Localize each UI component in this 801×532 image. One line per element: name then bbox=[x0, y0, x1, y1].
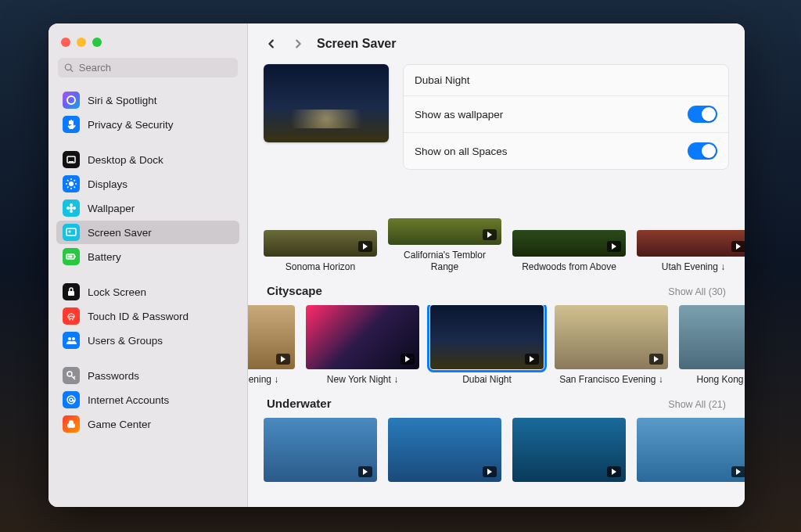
play-icon bbox=[358, 241, 372, 252]
svg-rect-22 bbox=[68, 291, 74, 296]
thumb-image bbox=[264, 230, 377, 257]
settings-window: Siri & SpotlightPrivacy & SecurityDeskto… bbox=[48, 23, 745, 507]
thumb-image bbox=[306, 305, 419, 369]
key-icon bbox=[63, 367, 80, 384]
play-icon bbox=[607, 466, 621, 477]
sidebar-item-displays[interactable]: Displays bbox=[56, 172, 239, 196]
thumb-image bbox=[388, 218, 501, 245]
game-icon bbox=[63, 415, 80, 433]
thumb-label: Hong Kong Harbor bbox=[696, 374, 745, 386]
play-icon bbox=[483, 466, 497, 477]
sidebar-item-game-center[interactable]: Game Center bbox=[56, 412, 239, 436]
settings-card: Dubai Night Show as wallpaperShow on all… bbox=[403, 64, 729, 170]
screensaver-thumb[interactable]: ening ↓ bbox=[248, 305, 295, 386]
at-icon bbox=[63, 391, 80, 408]
chevron-right-icon bbox=[293, 38, 304, 49]
screensaver-thumb[interactable]: Sonoma Horizon bbox=[264, 230, 377, 273]
sidebar-item-label: Displays bbox=[88, 178, 128, 190]
screensaver-thumb[interactable]: Redwoods from Above bbox=[512, 230, 626, 273]
svg-line-10 bbox=[67, 187, 69, 189]
back-button[interactable] bbox=[264, 36, 279, 52]
section-head-cityscape: CityscapeShow All (30) bbox=[248, 273, 745, 305]
sidebar-item-label: Touch ID & Password bbox=[88, 311, 189, 322]
sidebar-item-wallpaper[interactable]: Wallpaper bbox=[56, 196, 239, 220]
sidebar-item-label: Battery bbox=[88, 251, 121, 263]
screensaver-thumb[interactable]: Hong Kong Harbor bbox=[679, 305, 745, 386]
sidebar-item-battery[interactable]: Battery bbox=[56, 245, 239, 268]
current-name-row: Dubai Night bbox=[404, 65, 728, 96]
screensaver-thumb[interactable] bbox=[512, 418, 626, 487]
toggle-show-as-wallpaper[interactable] bbox=[688, 106, 717, 123]
svg-rect-20 bbox=[75, 256, 77, 257]
header-panel: Dubai Night Show as wallpaperShow on all… bbox=[248, 61, 745, 182]
sidebar-item-desktop-dock[interactable]: Desktop & Dock bbox=[56, 148, 239, 171]
search-icon bbox=[64, 63, 74, 74]
setting-row-show-on-all-spaces: Show on all Spaces bbox=[404, 133, 728, 169]
fingerprint-icon bbox=[63, 307, 80, 325]
sidebar-item-lock-screen[interactable]: Lock Screen bbox=[56, 280, 239, 304]
show-all-button[interactable]: Show All (21) bbox=[668, 399, 726, 410]
svg-point-3 bbox=[69, 182, 74, 186]
fullscreen-button[interactable] bbox=[92, 38, 102, 47]
svg-rect-2 bbox=[69, 161, 74, 163]
thumb-label: Utah Evening ↓ bbox=[662, 261, 725, 273]
thumb-image bbox=[637, 230, 745, 257]
siri-icon bbox=[63, 92, 80, 109]
toggle-show-on-all-spaces[interactable] bbox=[688, 142, 717, 160]
thumb-label: ening ↓ bbox=[249, 374, 279, 386]
chevron-left-icon bbox=[266, 38, 277, 49]
search-box[interactable] bbox=[58, 58, 238, 77]
screensaver-thumb[interactable]: Utah Evening ↓ bbox=[637, 230, 745, 273]
minimize-button[interactable] bbox=[77, 38, 86, 47]
sidebar-item-label: Desktop & Dock bbox=[88, 154, 163, 166]
screensaver-thumb[interactable]: New York Night ↓ bbox=[306, 305, 419, 386]
scroll-area[interactable]: Sonoma HorizonCalifornia's Temblor Range… bbox=[248, 182, 745, 507]
hand-icon bbox=[63, 116, 80, 133]
screensaver-thumb[interactable] bbox=[388, 418, 501, 487]
sidebar-item-touch-id-password[interactable]: Touch ID & Password bbox=[56, 304, 239, 328]
sidebar-item-internet-accounts[interactable]: Internet Accounts bbox=[56, 388, 239, 412]
sidebar-item-passwords[interactable]: Passwords bbox=[56, 364, 239, 387]
show-all-button[interactable]: Show All (30) bbox=[668, 286, 726, 297]
play-icon bbox=[731, 466, 745, 477]
section-title: Cityscape bbox=[267, 284, 322, 297]
play-icon bbox=[358, 466, 372, 477]
sidebar-item-label: Lock Screen bbox=[88, 286, 146, 298]
svg-point-12 bbox=[70, 207, 73, 210]
forward-button[interactable] bbox=[290, 36, 306, 52]
sidebar-item-screen-saver[interactable]: Screen Saver bbox=[56, 221, 239, 244]
sidebar-item-privacy-security[interactable]: Privacy & Security bbox=[56, 113, 239, 136]
thumb-label: Sonoma Horizon bbox=[286, 261, 355, 273]
sidebar-item-users-groups[interactable]: Users & Groups bbox=[56, 329, 239, 352]
screensaver-thumb[interactable]: Dubai Night bbox=[430, 305, 544, 386]
thumb-label: San Francisco Evening ↓ bbox=[559, 374, 663, 386]
sidebar-item-label: Siri & Spotlight bbox=[88, 95, 157, 106]
thumb-label: Dubai Night bbox=[462, 374, 512, 386]
sidebar-item-siri-spotlight[interactable]: Siri & Spotlight bbox=[56, 88, 239, 112]
screensaver-thumb[interactable]: San Francisco Evening ↓ bbox=[555, 305, 668, 386]
setting-label: Show on all Spaces bbox=[415, 146, 508, 157]
svg-point-24 bbox=[72, 337, 75, 340]
thumb-image bbox=[512, 418, 626, 482]
svg-line-11 bbox=[74, 180, 76, 182]
sidebar-item-label: Passwords bbox=[88, 370, 139, 382]
flower-icon bbox=[63, 200, 80, 217]
sidebar: Siri & SpotlightPrivacy & SecurityDeskto… bbox=[48, 23, 248, 507]
thumb-image bbox=[388, 418, 501, 482]
svg-line-9 bbox=[74, 187, 76, 189]
svg-line-8 bbox=[67, 180, 69, 182]
play-icon bbox=[276, 354, 290, 365]
svg-point-16 bbox=[73, 207, 76, 210]
svg-point-30 bbox=[69, 420, 74, 425]
screensaver-thumb[interactable] bbox=[637, 418, 745, 487]
close-button[interactable] bbox=[61, 38, 70, 47]
battery-icon bbox=[63, 248, 80, 265]
topbar: Screen Saver bbox=[248, 23, 745, 61]
screensaver-thumb[interactable] bbox=[264, 418, 377, 487]
search-input[interactable] bbox=[79, 62, 232, 74]
thumb-image bbox=[248, 305, 295, 369]
screensaver-thumb[interactable]: California's Temblor Range bbox=[388, 218, 501, 273]
sidebar-item-label: Game Center bbox=[88, 419, 151, 430]
thumb-image bbox=[637, 418, 745, 482]
sidebar-list: Siri & SpotlightPrivacy & SecurityDeskto… bbox=[48, 88, 247, 507]
